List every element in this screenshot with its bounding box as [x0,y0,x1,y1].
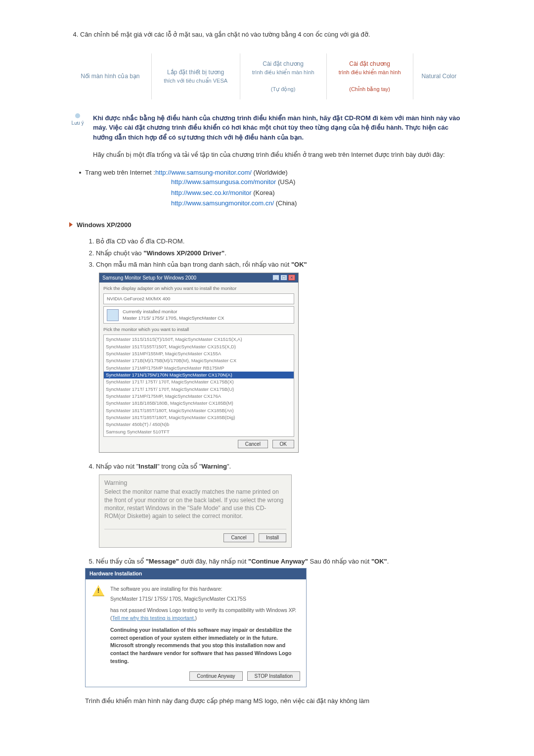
dlg2-title: Warning [104,479,286,487]
install-step-3: Chọn mẫu mã màn hình của bạn trong danh … [96,260,465,270]
dlg3-continue-button[interactable]: Continue Anyway [189,671,242,681]
dlg1-listbox[interactable]: SyncMaster 151S/151S(T)/150T, MagicSyncM… [103,334,294,437]
dialog1-title: Samsung Monitor Setup for Windows 2000 [102,275,196,281]
chevron-right-icon [69,222,73,227]
dlg3-title: Hardware Installation [86,568,306,579]
section-heading-windows: Windows XP/2000 [69,220,465,230]
list-item[interactable]: SyncMaster 181T/185T/180T, MagicSyncMast… [104,414,294,421]
dlg3-line4: Continuing your installation of this sof… [110,626,299,665]
list-item[interactable]: SyncMaster 450b(T) / 450(N)b [104,421,294,428]
dialog-monitor-setup: Samsung Monitor Setup for Windows 2000 _… [99,273,299,453]
step-4-vesa: Cân chỉnh bề mặt giá với các lỗ ở mặt sa… [80,30,465,40]
dlg3-stop-button[interactable]: STOP Installation [247,671,300,681]
monitor-icon [107,309,119,321]
list-item[interactable]: SyncMaster 151T/155T/150T, MagicSyncMast… [104,343,294,350]
tab-vesa-install[interactable]: Lắp đặt thiết bị tương thích với tiêu ch… [151,53,240,99]
section-title: Windows XP/2000 [77,220,131,230]
install-step-2: Nhấp chuột vào "Windows XP/2000 Driver". [96,248,465,258]
dialog-hardware-installation: Hardware Installation ! The software you… [85,568,307,687]
list-item[interactable]: SyncMaster 181B/185B/180B, MagicSyncMast… [104,400,294,407]
link-china[interactable]: http://www.samsungmonitor.com.cn/ [171,199,274,207]
list-item[interactable]: SyncMaster 171B(M)/175B(M)/170B(M), Magi… [104,357,294,364]
dialog-warning: Warning Select the monitor name that exa… [99,474,292,548]
dlg2-install-button[interactable]: Install [259,533,286,542]
list-item[interactable]: SyncMaster 171MP/175MP MagicSyncMaster R… [104,365,294,372]
minimize-icon[interactable]: _ [272,275,279,281]
maximize-icon[interactable]: □ [280,275,287,281]
dlg1-cur-label: Currently installed monitor [123,309,224,315]
trailing-paragraph: Trình điều khiển màn hình này đang được … [85,696,465,706]
dlg3-line1: The software you are installing for this… [110,585,299,593]
dlg1-line1: Pick the display adapter on which you wa… [103,285,294,291]
bullet-icon [79,172,81,174]
note-icon-label: Lưu ý [72,119,84,127]
install-step-4: Nhấp vào nút "Install" trong cửa sổ "War… [96,462,465,472]
note-bold-text: Khi được nhắc bằng hệ điều hành của chươ… [93,113,465,142]
close-icon[interactable]: × [288,275,295,281]
warning-triangle-icon: ! [92,585,104,596]
dlg1-pick: Pick the monitor which you want to insta… [103,327,294,332]
list-item[interactable]: SyncMaster 151MP/155MP, MagicSyncMaster … [104,350,294,357]
dlg1-cur-val: Master 171S/ 175S/ 170S, MagicSyncMaster… [123,315,224,321]
step-4-text: Cân chỉnh bề mặt giá với các lỗ ở mặt sa… [80,31,370,38]
tab-connect-monitor[interactable]: Nối màn hình của bạn [69,53,151,99]
tab-natural-color[interactable]: Natural Color [413,53,465,99]
list-item[interactable]: SyncMaster 171MP/175MP, MagicSyncMaster … [104,393,294,400]
section-tab-bar: Nối màn hình của bạn Lắp đặt thiết bị tư… [69,53,465,99]
dlg1-ok-button[interactable]: OK [272,440,294,448]
dlg2-cancel-button[interactable]: Cancel [223,533,254,542]
link-korea[interactable]: http://www.sec.co.kr/monitor [171,189,252,196]
note-icon: Lưu ý [69,113,86,127]
dlg3-line3b: ) [195,615,197,621]
link-usa-suffix: (USA) [276,178,295,186]
link-china-suffix: (China) [274,199,297,207]
web-label: Trang web trên Internet : [85,169,155,176]
link-worldwide[interactable]: http://www.samsung-monitor.com/ [155,169,252,176]
link-worldwide-suffix: (Worldwide) [252,169,288,176]
dlg3-line2: SyncMaster 171S/ 175S/ 170S, MagicSyncMa… [110,595,299,603]
link-usa[interactable]: http://www.samsungusa.com/monitor [171,178,276,186]
install-step-1: Bỏ đĩa CD vào ổ đĩa CD-ROM. [96,236,465,246]
list-item[interactable]: SyncMaster 171T/ 175T/ 170T, MagicSyncMa… [104,386,294,393]
list-item-selected[interactable]: SyncMaster 171N/175N/170N MagicSyncMaste… [104,372,294,378]
dlg1-adapter: NVIDIA GeForce2 MX/MX 400 [107,296,170,302]
dlg2-body: Select the monitor name that exactly mat… [104,488,286,520]
note-paragraph: Hãy chuẩn bị một đĩa trống và tải về tập… [93,150,465,160]
tab-driver-auto[interactable]: Cài đặt chương trình điều khiển màn hình… [240,53,326,99]
list-item[interactable]: SyncMaster 181T/185T/180T, MagicSyncMast… [104,407,294,414]
list-item[interactable]: SyncMaster 171T/ 175T/ 170T, MagicSyncMa… [104,378,294,385]
link-korea-suffix: (Korea) [252,189,275,196]
tab-driver-manual[interactable]: Cài đặt chương trình điều khiển màn hình… [326,53,413,99]
dlg3-why-link[interactable]: Tell me why this testing is important. [112,615,195,621]
dlg1-cancel-button[interactable]: Cancel [238,440,268,448]
install-step-5: Nếu thấy cửa sổ "Message" dưới đây, hãy … [96,557,465,567]
list-item[interactable]: SyncMaster 151S/151S(T)/150T, MagicSyncM… [104,336,294,343]
list-item[interactable]: Samsung SyncMaster 510TFT [104,428,294,435]
